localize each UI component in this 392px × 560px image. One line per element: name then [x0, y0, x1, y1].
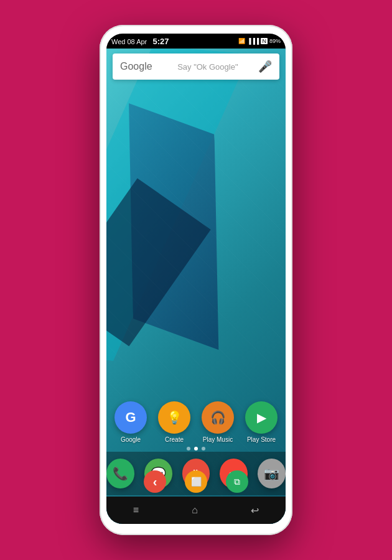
phone-screen: Wed 08 Apr 5:27 📶 ▐▐▐ N 89% Google Say " [106, 34, 286, 524]
status-bar: Wed 08 Apr 5:27 📶 ▐▐▐ N 89% [106, 34, 286, 49]
google-label: Google [121, 436, 141, 443]
mic-icon[interactable]: 🎤 [258, 60, 272, 73]
nav-menu-button[interactable]: ≡ [133, 505, 139, 516]
screen-content: Google Say "Ok Google" 🎤 G Google 💡 [106, 49, 286, 524]
action-buttons: ‹ ⬜ ⧉ [106, 470, 286, 493]
dot-1[interactable] [187, 447, 190, 450]
nav-home-button[interactable]: ⌂ [192, 505, 198, 516]
create-icon[interactable]: 💡 [158, 401, 190, 434]
back-action-button[interactable]: ‹ [144, 470, 166, 493]
google-logo: Google [120, 61, 152, 72]
battery-percent: 89% [269, 38, 281, 44]
wifi-icon: 📶 [238, 38, 245, 44]
signal-icon: ▐▐▐ [247, 38, 259, 44]
google-icon[interactable]: G [114, 401, 147, 434]
store-label: Play Store [247, 436, 276, 443]
music-app[interactable]: 🎧 Play Music [202, 401, 234, 443]
status-datetime: Wed 08 Apr 5:27 [111, 37, 169, 46]
dot-2[interactable] [194, 447, 198, 450]
google-app[interactable]: G Google [114, 401, 147, 443]
home-action-button[interactable]: ⬜ [185, 470, 207, 493]
phone-frame: Wed 08 Apr 5:27 📶 ▐▐▐ N 89% Google Say " [100, 25, 292, 535]
battery-level-icon: N [261, 38, 268, 44]
music-label: Play Music [203, 436, 233, 443]
dot-3[interactable] [202, 447, 205, 450]
google-search-bar[interactable]: Google Say "Ok Google" 🎤 [113, 54, 279, 80]
nav-bar: ≡ ⌂ ↩ [106, 497, 286, 524]
store-icon[interactable]: ▶ [245, 401, 278, 434]
recents-action-button[interactable]: ⧉ [226, 470, 248, 493]
page-dots [106, 447, 286, 450]
app-icons-row: G Google 💡 Create 🎧 Play Music [106, 401, 286, 443]
ok-google-text: Say "Ok Google" [157, 62, 258, 72]
create-label: Create [165, 436, 184, 443]
create-app[interactable]: 💡 Create [158, 401, 190, 443]
nav-back-button[interactable]: ↩ [251, 505, 259, 516]
music-icon[interactable]: 🎧 [202, 401, 234, 434]
store-app[interactable]: ▶ Play Store [245, 401, 278, 443]
status-icons: 📶 ▐▐▐ N 89% [238, 38, 281, 44]
